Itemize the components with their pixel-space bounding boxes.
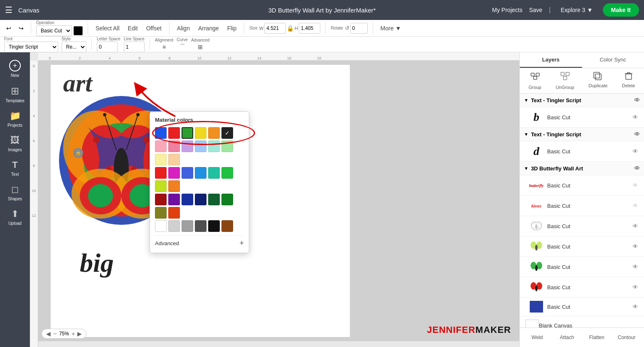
eye-icon-b[interactable]: 👁	[632, 114, 638, 121]
color-blue2[interactable]	[182, 167, 193, 179]
color-lightgray[interactable]	[168, 220, 180, 232]
color-swatch[interactable]	[74, 26, 83, 35]
color-lime[interactable]	[155, 180, 167, 192]
eye-icon-lime-butterfly[interactable]: 👁	[632, 243, 638, 250]
color-brown[interactable]	[221, 220, 233, 232]
color-sky[interactable]	[195, 167, 206, 179]
sidebar-item-projects[interactable]: 📁 Projects	[0, 107, 30, 131]
redo-button[interactable]: ↪	[17, 24, 26, 32]
save-link[interactable]: Save	[529, 7, 542, 13]
eye-icon-d[interactable]: 👁	[632, 148, 638, 155]
color-navy[interactable]	[195, 194, 206, 205]
visibility-icon[interactable]: 👁	[634, 131, 640, 138]
eye-icon-blue-butterfly[interactable]: 👁	[632, 303, 638, 310]
operation-select[interactable]: Basic Cut	[36, 25, 72, 36]
offset-button[interactable]: Offset	[144, 24, 164, 32]
arrange-button[interactable]: Arrange	[196, 24, 221, 32]
select-all-button[interactable]: Select All	[93, 24, 122, 32]
layer-group-text2-header[interactable]: ▼ Text - Tingler Script 👁	[520, 128, 644, 141]
color-white[interactable]	[155, 220, 167, 232]
my-projects-link[interactable]: My Projects	[492, 7, 522, 13]
color-darkred[interactable]	[155, 194, 167, 205]
edit-button[interactable]: Edit	[125, 24, 140, 32]
color-black-check[interactable]: ✓	[221, 127, 233, 139]
sidebar-item-templates[interactable]: ⊞ Templates	[0, 82, 30, 106]
eye-icon-butterfly-text[interactable]: 👁	[632, 182, 638, 189]
color-pink[interactable]	[168, 140, 180, 152]
sidebar-item-images[interactable]: 🖼 Images	[0, 132, 30, 155]
color-green-light[interactable]	[221, 140, 233, 152]
lock-icon[interactable]: 🔒	[287, 25, 294, 32]
color-red2[interactable]	[155, 167, 167, 179]
rotate-input[interactable]	[350, 23, 368, 34]
canvas-container[interactable]: 0 2 4 6 8 10 12 14 16 18	[30, 52, 519, 347]
color-peach[interactable]	[168, 154, 180, 165]
char-space-input[interactable]	[97, 42, 118, 52]
color-purple-light[interactable]	[182, 140, 193, 152]
color-midgray[interactable]	[182, 220, 193, 232]
visibility-icon[interactable]: 👁	[634, 165, 640, 172]
layer-item-blank-canvas[interactable]: Blank Canvas	[520, 316, 644, 327]
sidebar-item-shapes[interactable]: ◻ Shapes	[0, 181, 30, 204]
ungroup-action[interactable]: UnGroup	[556, 71, 574, 90]
height-input[interactable]	[299, 23, 320, 34]
hamburger-icon[interactable]: ☰	[5, 5, 12, 15]
style-select[interactable]: Re...	[61, 42, 86, 52]
visibility-icon[interactable]: 👁	[634, 97, 640, 103]
line-space-input[interactable]	[124, 42, 145, 52]
layer-group-text1-header[interactable]: ▼ Text - Tingler Script 👁	[520, 94, 644, 107]
advanced-row[interactable]: Advanced +	[155, 235, 244, 248]
color-teal-light[interactable]	[208, 140, 220, 152]
layer-item-lime-butterfly[interactable]: Basic Cut 👁	[520, 236, 644, 257]
color-darkgreen[interactable]	[208, 194, 220, 205]
more-button[interactable]: More ▼	[378, 24, 404, 32]
make-it-button[interactable]: Make It	[603, 3, 639, 17]
advanced-button[interactable]: ⊞	[191, 43, 209, 51]
color-orange[interactable]	[208, 127, 220, 139]
machine-select[interactable]: Explore 3 ▼	[558, 5, 596, 15]
flip-button[interactable]: Flip	[225, 24, 239, 32]
color-yellow-light[interactable]	[155, 154, 167, 165]
layer-item-d[interactable]: d Basic Cut 👁	[520, 141, 644, 162]
tab-layers[interactable]: Layers	[520, 52, 582, 68]
flatten-button[interactable]: Flatten	[584, 331, 610, 344]
width-input[interactable]	[264, 23, 286, 34]
zoom-plus-button[interactable]: +	[71, 330, 75, 337]
color-darkblue[interactable]	[182, 194, 193, 205]
layer-group-butterfly-header[interactable]: ▼ 3D Butterfly Wall Art 👁	[520, 162, 644, 175]
eye-icon-red-butterfly[interactable]: 👁	[632, 284, 638, 290]
curve-button[interactable]: ⌒	[177, 42, 188, 52]
sidebar-item-upload[interactable]: ⬆ Upload	[0, 205, 30, 229]
alignment-button[interactable]: ≡	[155, 43, 173, 51]
color-olive[interactable]	[155, 207, 167, 219]
color-blue[interactable]	[155, 127, 167, 139]
eye-icon-white-butterfly[interactable]: 👁	[632, 223, 638, 229]
contour-button[interactable]: Contour	[613, 331, 640, 344]
duplicate-action[interactable]: Duplicate	[589, 71, 608, 90]
color-teal[interactable]	[208, 167, 220, 179]
undo-button[interactable]: ↩	[4, 24, 13, 32]
layer-item-white-butterfly[interactable]: Basic Cut 👁	[520, 216, 644, 236]
color-yellow[interactable]	[195, 127, 206, 139]
color-blue-light[interactable]	[195, 140, 206, 152]
eye-icon-kisses-text[interactable]: 👁	[632, 202, 638, 209]
color-green[interactable]	[182, 127, 193, 139]
color-red[interactable]	[168, 127, 180, 139]
layer-item-b[interactable]: b Basic Cut 👁	[520, 107, 644, 128]
tab-color-sync[interactable]: Color Sync	[582, 52, 644, 68]
layer-item-red-butterfly[interactable]: Basic Cut 👁	[520, 277, 644, 298]
sidebar-item-new[interactable]: + New	[0, 57, 30, 81]
zoom-back-button[interactable]: ◀	[46, 330, 51, 337]
layer-item-green-butterfly[interactable]: Basic Cut 👁	[520, 257, 644, 277]
color-orange2[interactable]	[168, 180, 180, 192]
zoom-minus-button[interactable]: −	[53, 330, 57, 337]
layer-item-kisses-text[interactable]: kisses Basic Cut 👁	[520, 196, 644, 216]
align-button[interactable]: Align	[175, 24, 192, 32]
font-select[interactable]: Tingler Script	[4, 42, 58, 52]
color-pink-light[interactable]	[155, 140, 167, 152]
color-brown-dark[interactable]	[168, 207, 180, 219]
layer-item-butterfly-text[interactable]: butterfly Basic Cut 👁	[520, 175, 644, 196]
delete-action[interactable]: Delete	[622, 71, 635, 90]
layer-item-blue-butterfly[interactable]: Basic Cut 👁	[520, 298, 644, 316]
color-magenta[interactable]	[168, 167, 180, 179]
